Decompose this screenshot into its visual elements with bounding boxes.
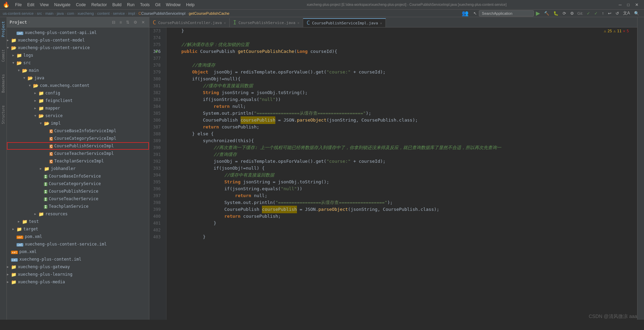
tree-item[interactable]: ▼📂src [7,59,149,67]
tree-item[interactable]: ▼📂xuecheng-plus-content-service [7,44,149,52]
editor-tab-serviceimpl[interactable]: C CoursePublishServiceImpl.java ✕ [303,18,386,27]
tree-item[interactable]: ICoursePublishService [7,187,149,195]
code-line[interactable]: if(jsonString.equals("null")) [166,185,637,192]
menu-tools[interactable]: Tools [137,2,152,8]
git-checkmark-btn[interactable]: ✓ [592,10,600,17]
find-btn[interactable]: 🔍 [632,10,641,17]
tree-item[interactable]: xmlpom.xml [7,233,149,240]
tree-item[interactable]: ▼📂impl [7,120,149,127]
git-push-btn[interactable]: ↑ [600,10,606,17]
close-btn[interactable]: ✕ [632,2,641,8]
code-line[interactable]: //再次查询一下缓存: 上一个线程可能已经将数据存入到缓存中了，你拿到锁还没来得… [166,144,637,151]
maximize-btn[interactable]: □ [624,2,632,8]
code-line[interactable]: //解决缓存击穿：优化加锁的位置 [166,41,637,48]
code-line[interactable]: CoursePublish coursePublish = JSON.parse… [166,117,637,124]
menu-help[interactable]: Help [183,2,197,8]
tree-item[interactable]: ▶📁xuecheng-plus-content-model [7,36,149,44]
menu-view[interactable]: View [37,2,51,8]
menu-code[interactable]: Code [73,2,89,8]
tree-item[interactable]: ▼📂main [7,67,149,74]
code-line[interactable]: if(jsonString.equals("null")) [166,96,637,103]
code-line[interactable] [166,227,637,234]
project-tab[interactable]: Project [0,19,6,40]
code-line[interactable]: System.out.println("================从缓存查… [166,199,637,206]
bookmarks-tab[interactable]: Bookmarks [1,71,6,95]
debug-btn[interactable]: 🐛 [551,10,561,17]
tree-item[interactable]: ▼📂service [7,112,149,120]
commit-tab[interactable]: Commit [1,47,6,65]
code-line[interactable]: return null; [166,192,637,199]
breadcrumb-item[interactable]: content [97,11,110,15]
tree-item[interactable]: ▶📁config [7,89,149,97]
tree-item[interactable]: ▶📁xuecheng-plus-gateway [7,263,149,271]
breadcrumb-item[interactable]: impl [128,11,135,15]
tree-item[interactable]: ▶📁target [7,225,149,233]
code-line[interactable] [166,34,637,41]
code-line[interactable]: String jsonString = jsonObj.toString(); [166,89,637,96]
cursor-btn[interactable]: ↖ [471,10,479,17]
breadcrumb-item[interactable]: src [37,11,42,15]
reload-btn[interactable]: ⟳ [561,10,568,17]
editor-tab-controller[interactable]: C CoursePublishController.java ✕ [149,18,230,27]
code-line[interactable]: //查询缓存 [166,151,637,158]
tree-item[interactable]: ▶📁feignclient [7,97,149,104]
tree-item[interactable]: ICourseBaseInfoService [7,172,149,180]
menu-git[interactable]: Git [152,2,163,8]
git-pull-btn[interactable]: ↩ [606,10,613,17]
code-line[interactable]: Object jsonObj = redisTemplate.opsForVal… [166,69,637,76]
code-line[interactable]: System.out.println("================从缓存查… [166,110,637,117]
tab-close-btn[interactable]: ✕ [380,21,382,25]
tree-item[interactable]: ▶📁resources [7,210,149,218]
settings-btn[interactable]: ⚙ [132,19,139,25]
tree-item[interactable]: ▶📁xuecheng-plus-learning [7,271,149,278]
code-line[interactable]: return coursePublish; [166,213,637,220]
code-line[interactable]: CoursePublish coursePublish = JSON.parse… [166,206,637,213]
tree-item[interactable]: imlxuecheng-plus-content-service.iml [7,240,149,248]
breadcrumb-item[interactable]: main [45,11,54,15]
code-line[interactable]: } [166,234,637,240]
tree-item[interactable]: CTeachplanServiceImpl [7,157,149,165]
code-line[interactable]: if(jsonObj!=null){ [166,76,637,82]
tree-item[interactable]: ▼📂com.xuecheng.content [7,82,149,89]
git-check-btn[interactable]: ✓ [585,10,592,17]
code-line[interactable]: //缓存中有直接返回数据 [166,82,637,89]
code-line[interactable]: jsonObj = redisTemplate.opsForValue().ge… [166,158,637,165]
breadcrumb-item[interactable]: CoursePublishServiceImpl [141,11,185,15]
breadcrumb-item[interactable]: com [67,11,74,15]
code-line[interactable]: if(jsonObj!=null) { [166,165,637,172]
code-line[interactable]: String jsonString = jsonObj.toString(); [166,179,637,185]
code-line[interactable]: } else { [166,130,637,137]
tree-item[interactable]: CCourseTeacherServiceImpl [7,150,149,157]
tree-item[interactable]: ▼📂java [7,74,149,82]
breadcrumb-item[interactable]: java [57,11,64,15]
code-line[interactable]: public CoursePublish getCoursePublishCac… [166,48,637,55]
code-area[interactable]: } //解决缓存击穿：优化加锁的位置 public CoursePublish … [166,27,637,320]
tree-item[interactable]: ▶📁mapper [7,104,149,112]
tree-item[interactable]: ▶📁logs [7,52,149,59]
git-undo-btn[interactable]: ↺ [613,10,621,17]
menu-window[interactable]: Window [163,2,183,8]
code-line[interactable]: synchronized(this){ [166,137,637,144]
tree-item[interactable]: CCourseCategoryServiceImpl [7,135,149,142]
tab-close-btn[interactable]: ✕ [297,21,299,25]
code-line[interactable]: } [166,220,637,227]
menu-build[interactable]: Build [110,2,124,8]
sort-btn[interactable]: ⇅ [125,19,131,25]
code-line[interactable]: //查询缓存 [166,62,637,69]
close-panel-btn[interactable]: ✕ [140,19,146,25]
expand-btn[interactable]: ≡ [118,19,123,25]
breadcrumb-item[interactable]: service [113,11,125,15]
code-line[interactable]: return null; [166,103,637,110]
tree-item[interactable]: ICourseCategoryService [7,180,149,187]
tab-close-btn[interactable]: ✕ [224,21,226,25]
tree-item[interactable]: ▶📁jobhandler [7,165,149,172]
minimize-btn[interactable]: ─ [616,2,624,8]
menu-run[interactable]: Run [124,2,137,8]
structure-tab[interactable]: Structure [1,103,6,127]
tree-item[interactable]: CCoursePublishServiceImpl [7,142,149,150]
tree-item[interactable]: ITeachplanService [7,203,149,210]
breadcrumb-item[interactable]: us-content-service [3,11,34,15]
tree-item[interactable]: xmlpom.xml [7,248,149,255]
tree-item[interactable]: CCourseBaseInfoServiceImpl [7,127,149,135]
tree-item[interactable]: imlxuecheng-plus-content-api.iml [7,29,149,36]
